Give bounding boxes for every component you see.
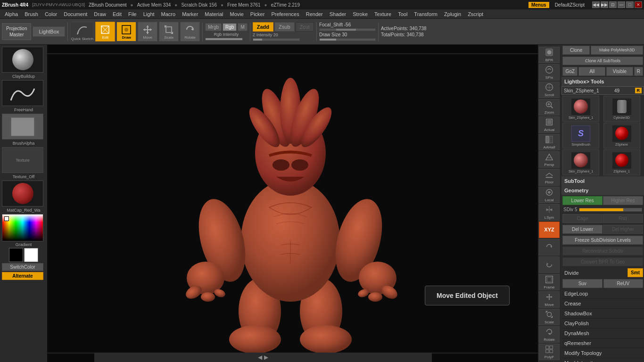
subtool-header[interactable]: SubTool <box>561 176 644 186</box>
rotate-button[interactable]: Rotate <box>180 22 200 41</box>
menu-transform[interactable]: Transform <box>411 10 440 18</box>
lsym-button[interactable]: LSym <box>539 204 560 221</box>
convert-bpr-button[interactable]: Convert BPR To Geo <box>562 257 643 266</box>
mesh-integrity-item[interactable]: MeshIntegrity <box>561 358 644 362</box>
del-lower-button[interactable]: Del Lower <box>562 225 603 234</box>
brush-alpha-preview[interactable] <box>2 114 43 140</box>
shadowbox-item[interactable]: ShadowBox <box>561 309 644 319</box>
color-picker[interactable] <box>2 214 43 241</box>
black-swatch[interactable] <box>9 248 23 262</box>
nav-scale-button[interactable]: Scale <box>539 309 560 325</box>
material-preview[interactable] <box>2 181 43 206</box>
z-intensity-slider[interactable] <box>253 38 300 41</box>
edit-button[interactable]: Edit <box>95 22 115 41</box>
menu-zscript[interactable]: Zscript <box>465 10 486 18</box>
snapshot-btn[interactable]: ⊡ <box>609 1 617 8</box>
nav-left-arrow[interactable]: ◀ <box>258 354 262 361</box>
menu-stroke[interactable]: Stroke <box>350 10 371 18</box>
draw-button[interactable]: Draw <box>116 22 136 41</box>
sdiv-slider[interactable] <box>579 208 642 212</box>
switch-color-button[interactable]: SwitchColor <box>2 263 43 271</box>
zsub-button[interactable]: Zsub <box>274 22 294 32</box>
rgb-button[interactable]: Rgb <box>223 23 237 31</box>
close-btn[interactable]: ✕ <box>635 1 642 8</box>
dynamesh-item[interactable]: DynaMesh <box>561 329 644 338</box>
scroll-button[interactable]: Scroll <box>539 82 560 98</box>
maximize-btn[interactable]: □ <box>626 1 634 8</box>
menu-light[interactable]: Light <box>140 10 157 18</box>
tool-zsphere2[interactable]: ZSphere_1 <box>603 149 640 175</box>
persp-button[interactable]: Persp <box>539 151 560 168</box>
zadd-button[interactable]: Zadd <box>253 22 273 32</box>
menu-shader[interactable]: Shader <box>327 10 349 18</box>
menu-texture[interactable]: Texture <box>372 10 394 18</box>
menu-render[interactable]: Render <box>303 10 326 18</box>
lightbox-button[interactable]: LightBox <box>33 26 65 37</box>
tool-skin-zsphere2[interactable]: Skin_ZSphere_1 <box>562 149 599 175</box>
menu-movie[interactable]: Movie <box>227 10 246 18</box>
move-button[interactable]: Move <box>138 22 157 41</box>
menu-color[interactable]: Color <box>42 10 60 18</box>
r-button[interactable]: R <box>634 67 643 76</box>
skin-r-button[interactable]: R <box>635 88 642 93</box>
nav-move-button[interactable]: Move <box>539 291 560 308</box>
rgb-intensity-slider[interactable] <box>205 38 243 41</box>
menu-edit[interactable]: Edit <box>110 10 124 18</box>
freehand-preview[interactable] <box>2 80 43 106</box>
white-swatch[interactable] <box>24 248 38 262</box>
rewind-btn[interactable]: ◀◀ <box>592 1 600 8</box>
suv-button[interactable]: Suv <box>562 279 603 288</box>
claypolish-item[interactable]: ClayPolish <box>561 319 644 329</box>
xyz-button[interactable]: XYZ <box>539 222 560 238</box>
forward-btn[interactable]: ▶▶ <box>601 1 608 8</box>
zoom-button[interactable]: Zoom <box>539 99 560 115</box>
smt-button[interactable]: Smt <box>627 268 643 277</box>
menu-file[interactable]: File <box>125 10 140 18</box>
menu-marker[interactable]: Marker <box>179 10 201 18</box>
zcut-button[interactable]: Zcut <box>296 22 314 32</box>
menu-picker[interactable]: Picker <box>248 10 268 18</box>
menu-brush[interactable]: Brush <box>22 10 41 18</box>
projection-master-button[interactable]: Projection Master <box>2 23 31 40</box>
texture-preview[interactable]: Texture <box>2 147 43 173</box>
spix-button[interactable]: SPix <box>539 64 560 81</box>
bpr-button[interactable]: BPR <box>539 47 560 63</box>
actual-button[interactable]: Actual <box>539 116 560 133</box>
quick-sketch-button[interactable]: Quick Sketch <box>70 22 94 41</box>
mrgb-button[interactable]: Mrgb <box>205 23 222 31</box>
rot1-button[interactable] <box>539 239 560 255</box>
tool-skin-zsphere[interactable]: Skin_ZSphere_1 <box>562 96 599 122</box>
floor-button[interactable]: Floor <box>539 169 560 185</box>
draw-size-slider[interactable] <box>319 38 376 41</box>
menu-tool[interactable]: Tool <box>395 10 410 18</box>
nav-right-arrow[interactable]: ▶ <box>264 354 268 361</box>
edgeloop-item[interactable]: EdgeLoop <box>561 289 644 299</box>
tool-simple-brush[interactable]: S SimpleBrush <box>562 123 599 148</box>
polyf-button[interactable]: PolyF <box>539 344 560 360</box>
del-higher-button[interactable]: Del Higher <box>603 225 643 234</box>
focal-shift-slider[interactable] <box>319 28 376 31</box>
menu-document[interactable]: Document <box>61 10 90 18</box>
clone-button[interactable]: Clone <box>562 46 590 55</box>
menu-zplugin[interactable]: Zplugin <box>441 10 464 18</box>
reuv-button[interactable]: ReUV <box>603 279 644 288</box>
menu-preferences[interactable]: Preferences <box>268 10 302 18</box>
menu-alpha[interactable]: Alpha <box>2 10 21 18</box>
menu-material[interactable]: Material <box>202 10 226 18</box>
cage-button[interactable]: Cage <box>562 214 603 223</box>
menus-button[interactable]: Menus <box>528 2 549 8</box>
local-button[interactable]: Local <box>539 187 560 203</box>
menu-macro[interactable]: Macro <box>158 10 179 18</box>
canvas-area[interactable]: Move Edited Object ◀ ▶ <box>47 45 538 362</box>
skin-selector[interactable]: Skin_ZSphere_1 49 R <box>561 86 644 95</box>
higher-res-button[interactable]: Higher Res <box>603 196 643 205</box>
make-polymesh-button[interactable]: Make PolyMesh3D <box>591 46 643 55</box>
minimize-btn[interactable]: — <box>618 1 625 8</box>
m-button[interactable]: M <box>238 23 247 31</box>
frame-button[interactable]: Frame <box>539 274 560 290</box>
freeze-subdivision-button[interactable]: Freeze SubDivision Levels <box>562 236 643 245</box>
visible-button[interactable]: Visible <box>606 67 633 76</box>
aahalf-button[interactable]: AAHalf <box>539 134 560 150</box>
goz-button[interactable]: GoZ <box>562 67 578 76</box>
scale-button[interactable]: Scale <box>159 22 179 41</box>
